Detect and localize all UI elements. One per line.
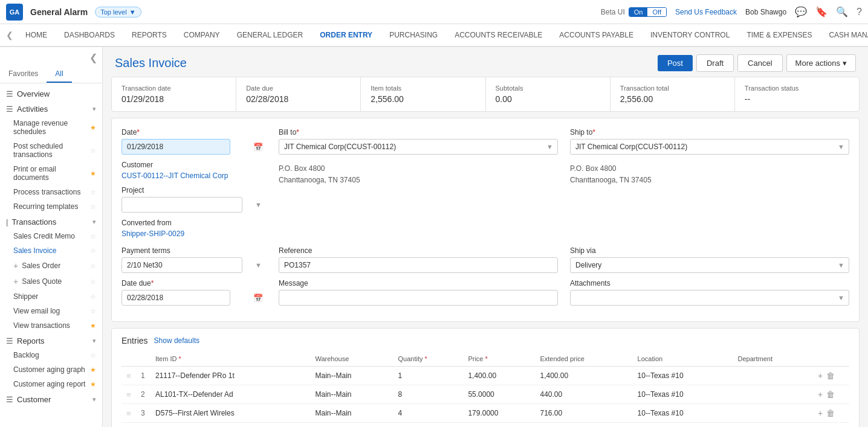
date-due-calendar-icon[interactable]: 📅 xyxy=(253,294,263,303)
sidebar-item-manage-revenue[interactable]: Manage revenue schedules ★ xyxy=(0,116,102,139)
sidebar-group-reports[interactable]: ☰ Reports ▾ xyxy=(0,333,102,348)
star-empty-icon[interactable]: ☆ xyxy=(90,233,96,240)
beta-ui-section: Beta UI On Off xyxy=(601,7,667,17)
star-icon[interactable]: ★ xyxy=(90,380,96,388)
attachments-select[interactable] xyxy=(570,290,849,306)
entries-header: Entries Show defaults xyxy=(121,336,849,345)
converted-from-value[interactable]: Shipper-SHIP-0029 xyxy=(121,230,267,238)
sidebar-item-shipper[interactable]: Shipper ☆ xyxy=(0,289,102,304)
sidebar-collapse-btn[interactable]: ❮ xyxy=(89,52,97,63)
sidebar-tab-favorites[interactable]: Favorites xyxy=(0,66,47,83)
drag-handle-icon[interactable]: ≡ xyxy=(126,390,131,399)
sidebar-item-customer-aging-graph[interactable]: Customer aging graph ★ xyxy=(0,362,102,377)
star-empty-icon[interactable]: ☆ xyxy=(90,247,96,255)
payment-terms-select[interactable]: 2/10 Net30 xyxy=(121,257,242,273)
post-button[interactable]: Post xyxy=(658,55,693,71)
sidebar-item-sales-quote[interactable]: + Sales Quote ☆ xyxy=(0,274,102,289)
more-actions-button[interactable]: More actions ▾ xyxy=(786,54,856,72)
star-empty-icon[interactable]: ☆ xyxy=(90,147,96,155)
delete-row-icon[interactable]: 🗑 xyxy=(826,390,835,399)
summary-subtotals: Subtotals 0.00 xyxy=(486,77,611,111)
star-empty-icon[interactable]: ☆ xyxy=(90,293,96,301)
col-warehouse: Warehouse xyxy=(311,352,394,367)
beta-ui-toggle[interactable]: On Off xyxy=(629,7,667,17)
nav-left-arrow[interactable]: ❮ xyxy=(2,30,17,40)
star-empty-icon[interactable]: ☆ xyxy=(90,307,96,315)
sidebar-item-recurring-templates[interactable]: Recurring templates ☆ xyxy=(0,199,102,214)
sidebar-item-sales-order[interactable]: + Sales Order ☆ xyxy=(0,258,102,274)
bookmark-icon[interactable]: 🔖 xyxy=(815,6,828,18)
star-empty-icon[interactable]: ☆ xyxy=(90,262,96,270)
star-empty-icon[interactable]: ☆ xyxy=(90,188,96,196)
draft-button[interactable]: Draft xyxy=(696,54,734,72)
bill-to-select[interactable]: JIT Chemical Corp(CCUST-00112) xyxy=(279,139,558,155)
customer-link[interactable]: CUST-00112--JIT Chemical Corp xyxy=(121,172,267,180)
sidebar-item-post-scheduled[interactable]: Post scheduled transactions ☆ xyxy=(0,139,102,162)
search-icon[interactable]: 🔍 xyxy=(836,6,848,18)
send-feedback-link[interactable]: Send Us Feedback xyxy=(675,8,737,16)
nav-order-entry[interactable]: ORDER ENTRY xyxy=(311,24,381,47)
sidebar-group-overview[interactable]: ☰ Overview xyxy=(0,86,102,101)
star-icon[interactable]: ★ xyxy=(90,170,96,178)
sidebar-group-customer[interactable]: ☰ Customer ▾ xyxy=(0,391,102,406)
nav-inventory-control[interactable]: INVENTORY CONTROL xyxy=(642,24,738,47)
nav-home[interactable]: HOME xyxy=(17,24,56,47)
date-due-wrapper: 📅 xyxy=(121,290,267,306)
star-empty-icon[interactable]: ☆ xyxy=(90,278,96,286)
drag-handle-icon[interactable]: ≡ xyxy=(126,371,131,380)
message-input[interactable] xyxy=(279,290,558,306)
nav-dashboards[interactable]: DASHBOARDS xyxy=(56,24,123,47)
toggle-on[interactable]: On xyxy=(629,8,648,16)
extended-price-cell xyxy=(535,423,632,428)
payment-terms-group: Payment terms 2/10 Net30 ▼ xyxy=(121,246,267,273)
sidebar-item-backlog[interactable]: Backlog ☆ xyxy=(0,348,102,362)
sidebar-item-print-email[interactable]: Print or email documents ★ xyxy=(0,162,102,185)
help-icon[interactable]: ? xyxy=(857,7,862,18)
toggle-off[interactable]: Off xyxy=(647,8,666,16)
cancel-button[interactable]: Cancel xyxy=(737,54,782,72)
add-row-icon[interactable]: + xyxy=(818,371,823,380)
nav-accounts-receivable[interactable]: ACCOUNTS RECEIVABLE xyxy=(446,24,551,47)
sidebar-item-sales-invoice[interactable]: Sales Invoice ☆ xyxy=(0,243,102,258)
star-icon[interactable]: ★ xyxy=(90,322,96,330)
show-defaults-link[interactable]: Show defaults xyxy=(154,336,199,345)
date-input[interactable] xyxy=(121,139,230,155)
star-empty-icon[interactable]: ☆ xyxy=(90,203,96,211)
sidebar-item-label: Recurring templates xyxy=(13,202,78,211)
ship-via-select[interactable]: Delivery xyxy=(570,257,849,273)
comment-icon[interactable]: 💬 xyxy=(795,6,807,18)
star-empty-icon[interactable]: ☆ xyxy=(90,352,96,359)
drag-handle-icon[interactable]: ≡ xyxy=(126,409,131,418)
sidebar-item-customer-aging-report[interactable]: Customer aging report ★ xyxy=(0,377,102,391)
delete-row-icon[interactable]: 🗑 xyxy=(826,371,835,380)
nav-cash-mana[interactable]: CASH MANA xyxy=(820,24,868,47)
nav-time-expenses[interactable]: TIME & EXPENSES xyxy=(738,24,820,47)
add-row-icon[interactable]: + xyxy=(818,390,823,399)
delete-row-icon[interactable]: 🗑 xyxy=(826,408,835,418)
sidebar-item-view-transactions[interactable]: View transactions ★ xyxy=(0,318,102,333)
nav-accounts-payable[interactable]: ACCOUNTS PAYABLE xyxy=(551,24,642,47)
converted-from-label: Converted from xyxy=(121,219,267,227)
sidebar-item-view-email-log[interactable]: View email log ☆ xyxy=(0,304,102,318)
nav-general-ledger[interactable]: GENERAL LEDGER xyxy=(228,24,312,47)
reference-input[interactable] xyxy=(279,257,558,273)
star-icon[interactable]: ★ xyxy=(90,366,96,374)
nav-company[interactable]: COMPANY xyxy=(175,24,228,47)
add-row-icon[interactable]: + xyxy=(818,408,823,418)
sidebar-item-process-transactions[interactable]: Process transactions ☆ xyxy=(0,185,102,199)
nav-purchasing[interactable]: PURCHASING xyxy=(381,24,446,47)
row-handle-cell: ≡ xyxy=(121,367,136,385)
ship-to-select[interactable]: JIT Chemical Corp(CCUST-00112) xyxy=(570,139,849,155)
sidebar-group-activities[interactable]: ☰ Activities ▾ xyxy=(0,101,102,116)
date-due-input[interactable] xyxy=(121,290,230,306)
calendar-icon[interactable]: 📅 xyxy=(253,143,263,152)
star-icon[interactable]: ★ xyxy=(90,124,96,132)
item-id-cell[interactable] xyxy=(151,423,311,428)
item-id-cell[interactable]: 21117--Defender PRo 1t xyxy=(151,367,311,385)
sidebar-tab-all[interactable]: All xyxy=(47,66,71,83)
sidebar-item-sales-credit-memo[interactable]: Sales Credit Memo ☆ xyxy=(0,229,102,243)
sidebar-group-transactions[interactable]: | Transactions ▾ xyxy=(0,214,102,229)
top-level-badge[interactable]: Top level ▼ xyxy=(95,7,141,18)
project-select[interactable] xyxy=(121,197,242,213)
nav-reports[interactable]: REPORTS xyxy=(123,24,175,47)
